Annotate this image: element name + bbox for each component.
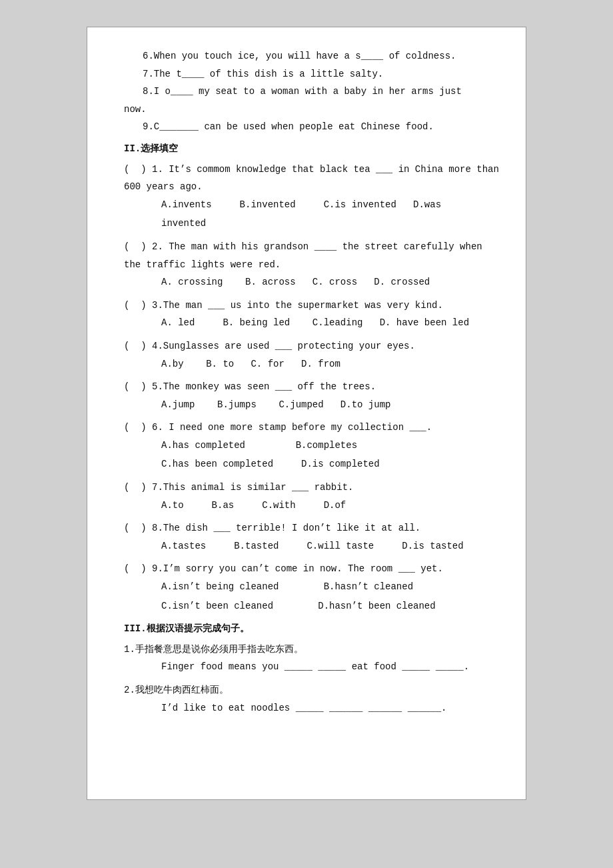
translation-1-chinese: 1.手指餐意思是说你必须用手指去吃东西。 [124,641,502,659]
translation-1-english: Finger food means you _____ _____ eat fo… [124,658,502,676]
mcq-8-question: ( ) 8.The dish ___ terrible! I don’t lik… [124,519,502,537]
mcq-5-question: ( ) 5.The monkey was seen ___ off the tr… [124,378,502,396]
mcq-item-8: ( ) 8.The dish ___ terrible! I don’t lik… [124,519,502,555]
mcq-item-1: ( ) 1. It’s commom knowledge that black … [124,161,502,233]
question-8-line1: 8.I o____ my seat to a woman with a baby… [124,83,502,101]
mcq-item-3: ( ) 3.The man ___ us into the supermarke… [124,297,502,332]
section-2: II.选择填空 ( ) 1. It’s commom knowledge tha… [124,140,502,615]
mcq-item-9: ( ) 9.I’m sorry you can’t come in now. T… [124,560,502,615]
mcq-7-options-1: A.to B.as C.with D.of [124,497,502,515]
mcq-item-7: ( ) 7.This animal is similar ___ rabbit.… [124,479,502,514]
translation-2-chinese: 2.我想吃牛肉西红柿面。 [124,681,502,699]
section3-header: III.根据汉语提示完成句子。 [124,620,502,638]
mcq-1-options-2: invented [124,215,502,233]
mcq-9-options-1: A.isn’t being cleaned B.hasn’t cleaned [124,578,502,596]
mcq-9-options-2: C.isn’t been cleaned D.hasn’t been clean… [124,597,502,615]
mcq-3-question: ( ) 3.The man ___ us into the supermarke… [124,297,502,315]
question-6: 6.When you touch ice, you will have a s_… [124,47,502,65]
mcq-2-question: ( ) 2. The man with his grandson ____ th… [124,238,502,273]
mcq-6-options-1: A.has completed B.completes [124,437,502,455]
mcq-item-2: ( ) 2. The man with his grandson ____ th… [124,238,502,291]
mcq-7-question: ( ) 7.This animal is similar ___ rabbit. [124,479,502,497]
mcq-5-options-1: A.jump B.jumps C.jumped D.to jump [124,396,502,414]
fill-blanks-section: 6.When you touch ice, you will have a s_… [124,47,502,136]
section-3: III.根据汉语提示完成句子。 1.手指餐意思是说你必须用手指去吃东西。 Fin… [124,620,502,717]
mcq-4-options-1: A.by B. to C. for D. from [124,355,502,373]
question-9: 9.C_______ can be used when people eat C… [124,118,502,136]
question-7: 7.The t____ of this dish is a little sal… [124,65,502,83]
mcq-8-options-1: A.tastes B.tasted C.will taste D.is tast… [124,537,502,555]
mcq-6-options-2: C.has been completed D.is completed [124,455,502,473]
mcq-1-question: ( ) 1. It’s commom knowledge that black … [124,161,502,196]
mcq-item-4: ( ) 4.Sunglasses are used ___ protecting… [124,337,502,373]
mcq-9-question: ( ) 9.I’m sorry you can’t come in now. T… [124,560,502,578]
mcq-item-6: ( ) 6. I need one more stamp before my c… [124,419,502,473]
mcq-item-5: ( ) 5.The monkey was seen ___ off the tr… [124,378,502,413]
translation-item-2: 2.我想吃牛肉西红柿面。 I’d like to eat noodles ___… [124,681,502,717]
main-content: 6.When you touch ice, you will have a s_… [87,27,526,800]
question-8-line2: now. [124,101,502,119]
translation-item-1: 1.手指餐意思是说你必须用手指去吃东西。 Finger food means y… [124,641,502,676]
section2-header: II.选择填空 [124,140,502,158]
mcq-1-options-1: A.invents B.invented C.is invented D.was [124,196,502,214]
mcq-3-options-1: A. led B. being led C.leading D. have be… [124,314,502,332]
translation-2-english: I’d like to eat noodles _____ ______ ___… [124,699,502,717]
mcq-4-question: ( ) 4.Sunglasses are used ___ protecting… [124,337,502,355]
mcq-6-question: ( ) 6. I need one more stamp before my c… [124,419,502,437]
mcq-2-options-1: A. crossing B. across C. cross D. crosse… [124,273,502,291]
